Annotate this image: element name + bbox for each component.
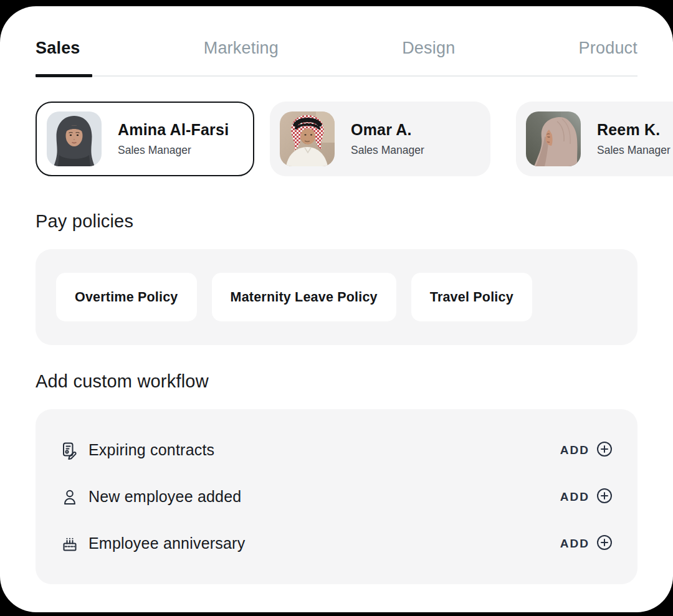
employee-name: Omar A. [351, 121, 424, 139]
workflow-row-new-employee[interactable]: New employee added ADD [60, 473, 613, 520]
workflow-row-anniversary[interactable]: Employee anniversary ADD [60, 520, 613, 567]
policy-pill-overtime[interactable]: Overtime Policy [56, 273, 197, 321]
active-tab-indicator [36, 74, 92, 77]
avatar-woman-dark-hijab [47, 111, 102, 166]
policy-pill-travel[interactable]: Travel Policy [411, 273, 532, 321]
add-workflow-button-expiring-contracts[interactable]: ADD [560, 441, 613, 459]
custom-workflow-panel: Expiring contracts ADD [36, 409, 637, 584]
contract-edit-icon [60, 441, 79, 460]
tab-design[interactable]: Design [402, 39, 455, 58]
policy-pill-maternity[interactable]: Maternity Leave Policy [212, 273, 396, 321]
team-cards-row: Amina Al-Farsi Sales Manager [36, 102, 637, 176]
workflow-label: Employee anniversary [88, 534, 245, 552]
workflow-label: New employee added [88, 488, 241, 506]
employee-name: Amina Al-Farsi [118, 121, 229, 139]
employee-name: Reem K. [597, 121, 671, 139]
workflow-row-expiring-contracts[interactable]: Expiring contracts ADD [60, 427, 613, 473]
pay-policies-title: Pay policies [36, 211, 637, 232]
birthday-cake-icon [60, 534, 79, 553]
custom-workflow-title: Add custom workflow [36, 371, 637, 392]
department-tabbar: Sales Marketing Design Product [36, 39, 637, 77]
employee-card-reem[interactable]: Reem K. Sales Manager [516, 102, 673, 176]
person-icon [60, 488, 79, 506]
add-label: ADD [560, 490, 589, 504]
tab-sales[interactable]: Sales [36, 39, 80, 58]
pay-policies-panel: Overtime Policy Maternity Leave Policy T… [36, 249, 637, 345]
employee-role: Sales Manager [351, 144, 424, 157]
avatar-woman-tan-hijab [526, 111, 581, 166]
add-label: ADD [560, 443, 589, 457]
app-window: Sales Marketing Design Product [0, 6, 673, 612]
plus-circle-icon [596, 488, 613, 506]
employee-card-omar[interactable]: Omar A. Sales Manager [270, 102, 490, 176]
avatar-man-red-keffiyeh [280, 111, 335, 166]
plus-circle-icon [596, 534, 613, 552]
workflow-label: Expiring contracts [88, 441, 214, 459]
add-label: ADD [560, 537, 589, 551]
add-workflow-button-anniversary[interactable]: ADD [560, 534, 613, 552]
employee-role: Sales Manager [597, 144, 671, 157]
employee-role: Sales Manager [118, 144, 229, 157]
plus-circle-icon [596, 441, 613, 459]
tab-marketing[interactable]: Marketing [204, 39, 279, 58]
tab-product[interactable]: Product [579, 39, 637, 58]
employee-card-amina[interactable]: Amina Al-Farsi Sales Manager [36, 102, 254, 176]
add-workflow-button-new-employee[interactable]: ADD [560, 488, 613, 506]
